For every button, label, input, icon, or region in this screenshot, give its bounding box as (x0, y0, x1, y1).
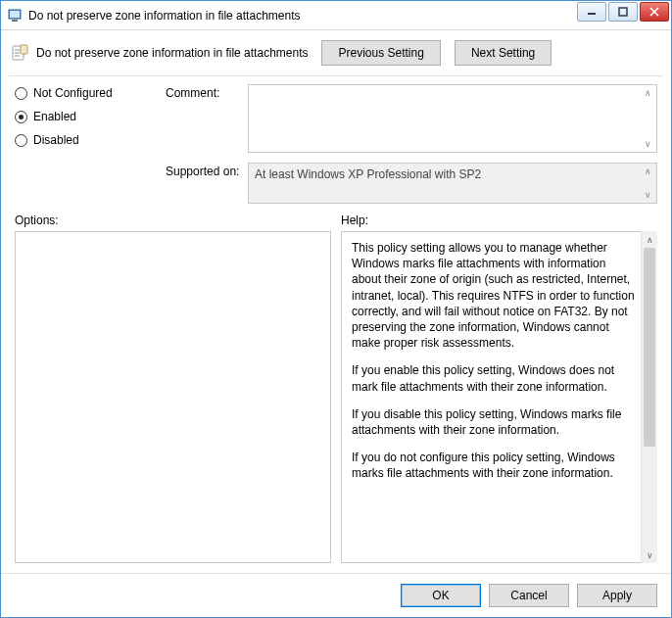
maximize-button[interactable] (608, 2, 638, 22)
policy-icon (11, 44, 28, 62)
comment-box-wrap: ∧ ∨ (248, 84, 657, 153)
svg-rect-1 (10, 11, 20, 18)
window-title: Do not preserve zone information in file… (28, 9, 577, 23)
options-label: Options: (15, 214, 331, 227)
scroll-down-icon: ∨ (640, 137, 655, 151)
ok-button[interactable]: OK (401, 584, 481, 607)
help-paragraph: If you enable this policy setting, Windo… (352, 362, 635, 394)
svg-rect-2 (12, 20, 18, 22)
minimize-button[interactable] (577, 2, 606, 22)
policy-title: Do not preserve zone information in file… (36, 46, 308, 60)
options-pane: Options: (15, 214, 331, 563)
gpedit-icon (7, 8, 23, 24)
policy-dialog: Do not preserve zone information in file… (0, 0, 672, 618)
comment-label: Comment: (166, 86, 244, 100)
titlebar: Do not preserve zone information in file… (1, 1, 671, 30)
scroll-down-icon: ∨ (642, 547, 657, 563)
help-pane: Help: This policy setting allows you to … (341, 214, 657, 563)
dialog-footer: OK Cancel Apply (1, 573, 671, 617)
radio-label: Disabled (33, 133, 79, 147)
scroll-up-icon: ∧ (640, 86, 655, 100)
help-paragraph: If you do not configure this policy sett… (352, 450, 635, 481)
help-label: Help: (341, 214, 657, 227)
settings-area: Not Configured Enabled Disabled Comment:… (1, 84, 671, 204)
scroll-down-icon: ∨ (640, 188, 655, 202)
supported-box-wrap: At least Windows XP Professional with SP… (248, 163, 657, 204)
next-setting-button[interactable]: Next Setting (455, 40, 552, 66)
divider (9, 75, 663, 76)
labels-column: Comment: (166, 84, 244, 153)
radio-not-configured[interactable]: Not Configured (15, 86, 162, 100)
lower-panes: Options: Help: This policy setting allow… (1, 204, 671, 573)
comment-scrollbar[interactable]: ∧ ∨ (640, 86, 655, 151)
radio-disabled[interactable]: Disabled (15, 133, 162, 147)
header-row: Do not preserve zone information in file… (1, 30, 671, 75)
supported-on-textbox: At least Windows XP Professional with SP… (248, 163, 657, 204)
supported-scrollbar: ∧ ∨ (640, 165, 655, 202)
comment-textbox[interactable] (248, 84, 657, 153)
radio-label: Not Configured (33, 86, 113, 100)
radio-icon (15, 87, 27, 100)
window-controls (577, 1, 671, 29)
scrollbar-thumb[interactable] (644, 248, 655, 447)
help-paragraph: This policy setting allows you to manage… (352, 240, 635, 351)
close-button[interactable] (640, 2, 669, 22)
radio-enabled[interactable]: Enabled (15, 110, 162, 123)
radio-icon (15, 111, 27, 123)
state-radio-group: Not Configured Enabled Disabled (15, 84, 162, 153)
help-textbox[interactable]: This policy setting allows you to manage… (341, 231, 657, 563)
previous-setting-button[interactable]: Previous Setting (321, 40, 440, 66)
radio-icon (15, 134, 27, 147)
svg-rect-8 (21, 45, 27, 54)
apply-button[interactable]: Apply (577, 584, 657, 607)
radio-label: Enabled (33, 110, 76, 123)
scroll-up-icon: ∧ (640, 165, 655, 178)
svg-rect-4 (619, 8, 627, 16)
cancel-button[interactable]: Cancel (489, 584, 569, 607)
help-paragraph: If you disable this policy setting, Wind… (352, 406, 635, 438)
scroll-up-icon: ∧ (642, 231, 657, 248)
supported-label: Supported on: (166, 163, 244, 204)
options-box[interactable] (15, 231, 331, 563)
help-scrollbar[interactable]: ∧ ∨ (641, 231, 657, 563)
